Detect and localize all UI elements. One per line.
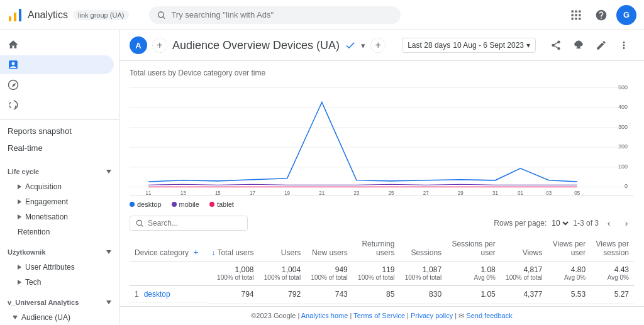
col-views-per-session[interactable]: Views persession <box>591 236 634 262</box>
advertising-icon <box>8 99 19 111</box>
table-search-input[interactable] <box>148 219 242 228</box>
col-sessions[interactable]: Sessions <box>399 236 447 262</box>
audience-ua-item[interactable]: Audience (UA) <box>0 310 114 325</box>
svg-line-4 <box>164 16 165 18</box>
totals-sessions: 1,087 100% of total <box>399 262 447 286</box>
row1-sessions: 830 <box>399 285 447 303</box>
tech-item[interactable]: Tech <box>0 275 114 290</box>
search-bar[interactable] <box>149 6 401 24</box>
footer: ©2023 Google | Analytics home | Terms of… <box>119 306 644 325</box>
reports-snapshot-item[interactable]: Reports snapshot <box>0 123 114 140</box>
svg-text:17: 17 <box>250 190 255 195</box>
svg-text:11: 11 <box>146 190 152 195</box>
svg-rect-7 <box>579 10 580 12</box>
engagement-arrow <box>18 199 21 204</box>
sidebar-item-explore[interactable] <box>0 75 114 94</box>
engagement-item[interactable]: Engagement <box>0 194 114 209</box>
mobile-label: mobile <box>179 201 199 208</box>
add-report-button[interactable]: + <box>152 38 167 53</box>
svg-rect-5 <box>572 10 574 12</box>
col-total-users[interactable]: ↓ Total users <box>206 236 258 262</box>
title-dropdown-button[interactable]: ▾ <box>361 41 365 50</box>
sidebar-item-home[interactable] <box>0 35 114 54</box>
search-input[interactable] <box>171 10 393 19</box>
terms-link[interactable]: Terms of Service <box>353 312 405 319</box>
col-views[interactable]: Views <box>501 236 548 262</box>
life-cycle-header[interactable]: Life cycle <box>0 164 119 179</box>
user-section-header[interactable]: Użytkownik <box>0 245 119 260</box>
svg-rect-11 <box>572 18 574 19</box>
row1-views-per-session: 5.27 <box>591 285 634 303</box>
rows-per-page-label: Rows per page: <box>494 219 547 228</box>
report-header: A + Audience Overview Devices (UA) ▾ + L… <box>119 30 644 61</box>
share-button[interactable] <box>546 35 566 55</box>
col-new-users[interactable]: New users <box>306 236 353 262</box>
user-attributes-item[interactable]: User Attributes <box>0 260 114 275</box>
svg-text:05: 05 <box>574 190 580 195</box>
row1-returning: 85 <box>353 285 400 303</box>
acquisition-arrow <box>18 184 21 189</box>
rows-per-page-control: Rows per page: 10 25 50 1-3 of 3 ‹ › <box>494 216 634 231</box>
add-to-report-button[interactable]: + <box>370 38 386 53</box>
feedback-link[interactable]: Send feedback <box>466 312 512 319</box>
col-users[interactable]: Users <box>258 236 306 262</box>
real-time-label: Real-time <box>8 143 43 153</box>
table-search-box[interactable] <box>130 216 248 231</box>
help-icon-button[interactable] <box>591 5 611 25</box>
universal-analytics-section: v_Universal Analytics Audience (UA) Audi… <box>0 295 119 325</box>
sidebar-item-advertising[interactable] <box>0 96 114 114</box>
totals-row: 1,008 100% of total 1,004 100% of total … <box>130 262 634 286</box>
date-range-label: Last 28 days <box>408 41 450 50</box>
prev-page-button[interactable]: ‹ <box>601 216 616 231</box>
acquisition-item[interactable]: Acquisition <box>0 179 114 194</box>
col-views-per-user[interactable]: Views peruser <box>547 236 591 262</box>
col-sessions-per-user[interactable]: Sessions peruser <box>447 236 501 262</box>
universal-analytics-header[interactable]: v_Universal Analytics <box>0 295 119 310</box>
col-returning-users[interactable]: Returningusers <box>353 236 400 262</box>
row1-views: 4,377 <box>501 285 548 303</box>
svg-text:19: 19 <box>284 190 290 195</box>
pagination-info: 1-3 of 3 <box>573 219 599 228</box>
add-metric-button[interactable]: + <box>191 247 201 257</box>
date-range-picker[interactable]: Last 28 days 10 Aug - 6 Sept 2023 ▾ <box>402 38 536 53</box>
apps-icon-button[interactable] <box>566 5 586 25</box>
svg-text:300: 300 <box>618 124 628 130</box>
table-row: 1 desktop 794 792 743 85 830 1.05 4,377 … <box>130 285 634 303</box>
tech-label: Tech <box>25 278 41 287</box>
more-button[interactable] <box>614 35 634 55</box>
row1-sessions-per-user: 1.05 <box>447 285 501 303</box>
privacy-link[interactable]: Privacy policy <box>411 312 453 319</box>
verified-icon <box>345 40 356 51</box>
row1-users: 792 <box>258 285 306 303</box>
desktop-link[interactable]: desktop <box>144 290 170 299</box>
sidebar-item-reports[interactable] <box>0 55 114 74</box>
engagement-label: Engagement <box>25 197 68 206</box>
date-range-value: 10 Aug - 6 Sept 2023 <box>453 41 524 50</box>
header-icons: G <box>566 5 636 25</box>
col-device[interactable]: Device category + <box>130 236 206 262</box>
retention-item[interactable]: Retention <box>0 224 114 240</box>
monetisation-item[interactable]: Monetisation <box>0 209 114 224</box>
home-icon <box>8 39 19 50</box>
tablet-label: tablet <box>217 201 234 208</box>
feedback-icon: ✉ <box>458 312 464 319</box>
edit-button[interactable] <box>591 35 611 55</box>
life-cycle-chevron <box>106 170 111 174</box>
universal-analytics-label: v_Universal Analytics <box>8 299 79 306</box>
next-page-button[interactable]: › <box>619 216 634 231</box>
real-time-item[interactable]: Real-time <box>0 140 114 157</box>
chart-title: Total users by Device category over time <box>130 69 634 77</box>
analytics-home-link[interactable]: Analytics home <box>301 312 348 319</box>
totals-new-users: 949 100% of total <box>306 262 353 286</box>
insights-button[interactable] <box>569 35 589 55</box>
tablet-dot <box>209 202 214 207</box>
svg-text:31: 31 <box>492 190 498 195</box>
report-badge: A <box>130 36 147 54</box>
row1-views-per-user: 5.53 <box>547 285 591 303</box>
svg-rect-8 <box>572 14 574 16</box>
app-title: Analytics <box>28 9 68 21</box>
rows-per-page-select[interactable]: 10 25 50 <box>549 218 570 228</box>
svg-text:100: 100 <box>618 163 628 170</box>
account-icon-button[interactable]: G <box>616 5 636 25</box>
totals-device <box>130 262 206 286</box>
